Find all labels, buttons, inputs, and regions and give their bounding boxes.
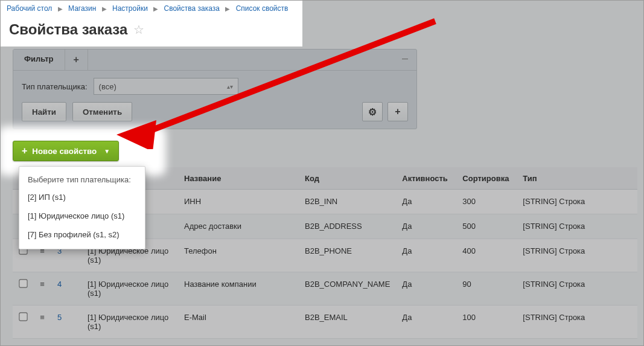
table-row: ≡5[1] Юридическое лицо (s1)E-MailB2B_EMA… xyxy=(13,306,637,339)
row-active: Да xyxy=(396,190,456,214)
dropdown-item[interactable]: [1] Юридическое лицо (s1) xyxy=(19,207,145,225)
table-row: ≡4[1] Юридическое лицо (s1)Название комп… xyxy=(13,272,637,306)
plus-icon: + xyxy=(22,146,27,156)
row-type: [STRING] Строка xyxy=(517,272,637,306)
hamburger-icon[interactable]: ≡ xyxy=(40,313,45,322)
row-type: [STRING] Строка xyxy=(517,214,637,239)
filter-tab[interactable]: Фильтр xyxy=(13,50,65,70)
row-code: B2B_INN xyxy=(299,190,396,214)
dropdown-item[interactable]: [7] Без профилей (s1, s2) xyxy=(19,225,145,244)
settings-button[interactable]: ⚙ xyxy=(362,102,383,121)
new-property-label: Новое свойство xyxy=(32,147,97,156)
chevron-right-icon: ▶ xyxy=(225,5,230,12)
breadcrumb-link[interactable]: Свойства заказа xyxy=(164,4,220,13)
breadcrumb-link[interactable]: Список свойств xyxy=(236,4,289,13)
row-payer: [1] Юридическое лицо (s1) xyxy=(81,272,178,306)
row-id-link[interactable]: 5 xyxy=(57,313,62,322)
viewport: Рабочий стол ▶ Магазин ▶ Настройки ▶ Сво… xyxy=(0,0,644,346)
chevron-right-icon: ▶ xyxy=(153,5,158,12)
hamburger-icon[interactable]: ≡ xyxy=(40,280,45,289)
filter-tabs: Фильтр + – xyxy=(13,50,416,71)
row-name: ИНН xyxy=(178,190,299,214)
find-button[interactable]: Найти xyxy=(22,102,66,121)
row-code: B2B_EMAIL xyxy=(299,306,396,339)
payer-type-value: (все) xyxy=(99,82,116,91)
row-name: Название компании xyxy=(178,272,299,306)
col-sort-header[interactable]: Сортировка xyxy=(456,167,517,190)
row-active: Да xyxy=(396,272,456,306)
row-sort: 500 xyxy=(456,214,517,239)
breadcrumb-link[interactable]: Рабочий стол xyxy=(7,4,52,13)
row-name: Адрес доставки xyxy=(178,214,299,239)
col-name-header[interactable]: Название xyxy=(178,167,299,190)
chevron-down-icon: ▼ xyxy=(104,148,110,155)
payer-type-label: Тип плательщика: xyxy=(22,82,88,91)
payer-type-select[interactable]: (все) ▴▾ xyxy=(94,78,238,95)
row-code: B2B_ADDRESS xyxy=(299,214,396,239)
row-active: Да xyxy=(396,214,456,239)
row-sort: 300 xyxy=(456,190,517,214)
row-name: E-Mail xyxy=(178,306,299,339)
row-checkbox[interactable] xyxy=(19,279,27,287)
dropdown-item[interactable]: [2] ИП (s1) xyxy=(19,188,145,207)
breadcrumb-link[interactable]: Магазин xyxy=(68,4,96,13)
row-code: B2B_PHONE xyxy=(299,239,396,272)
row-sort: 100 xyxy=(456,306,517,339)
chevron-right-icon: ▶ xyxy=(102,5,107,12)
filter-body: Тип плательщика: (все) ▴▾ Найти Отменить… xyxy=(13,71,416,129)
star-icon[interactable]: ☆ xyxy=(133,22,144,37)
row-sort: 400 xyxy=(456,239,517,272)
dropdown-header: Выберите тип плательщика: xyxy=(19,171,145,188)
row-type: [STRING] Строка xyxy=(517,306,637,339)
page-title: Свойства заказа xyxy=(9,21,127,38)
col-type-header[interactable]: Тип xyxy=(517,167,637,190)
page-title-wrap: Свойства заказа ☆ xyxy=(1,16,302,46)
add-filter-button[interactable]: + xyxy=(387,102,408,121)
row-id-link[interactable]: 4 xyxy=(57,280,62,289)
row-checkbox[interactable] xyxy=(19,312,27,321)
add-filter-tab-button[interactable]: + xyxy=(65,50,88,70)
chevron-right-icon: ▶ xyxy=(58,5,63,12)
new-property-button[interactable]: + Новое свойство ▼ xyxy=(13,141,119,161)
payer-type-dropdown: Выберите тип плательщика: [2] ИП (s1) [1… xyxy=(19,166,145,249)
col-active-header[interactable]: Активность xyxy=(396,167,456,190)
row-sort: 90 xyxy=(456,272,517,306)
gear-icon: ⚙ xyxy=(368,106,377,118)
row-name: Телефон xyxy=(178,239,299,272)
row-active: Да xyxy=(396,306,456,339)
collapse-icon[interactable]: – xyxy=(394,50,416,70)
row-active: Да xyxy=(396,239,456,272)
new-button-wrap: + Новое свойство ▼ xyxy=(13,141,119,161)
updown-icon: ▴▾ xyxy=(227,83,233,90)
row-code: B2B_COMPANY_NAME xyxy=(299,272,396,306)
row-payer: [1] Юридическое лицо (s1) xyxy=(81,306,178,339)
row-type: [STRING] Строка xyxy=(517,239,637,272)
cancel-button[interactable]: Отменить xyxy=(72,102,132,121)
col-code-header[interactable]: Код xyxy=(299,167,396,190)
breadcrumb: Рабочий стол ▶ Магазин ▶ Настройки ▶ Сво… xyxy=(1,1,302,16)
breadcrumb-link[interactable]: Настройки xyxy=(112,4,148,13)
filter-panel: Фильтр + – Тип плательщика: (все) ▴▾ Най… xyxy=(13,49,417,129)
row-type: [STRING] Строка xyxy=(517,190,637,214)
plus-icon: + xyxy=(395,106,400,117)
